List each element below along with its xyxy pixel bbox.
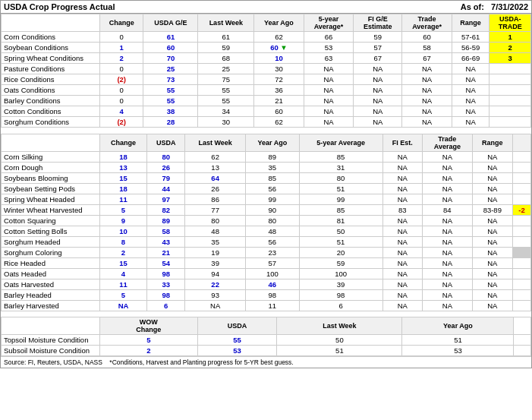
usda-cell: 26: [146, 162, 184, 172]
change-cell: 9: [100, 215, 147, 226]
col-spacer: [514, 317, 531, 335]
range-cell: NA: [472, 289, 512, 300]
trade-avg-cell: 58: [402, 43, 452, 53]
fi-est-cell: NA: [354, 106, 402, 117]
year-ago-cell: 56: [245, 183, 299, 194]
trade-avg-cell: 60: [402, 32, 452, 43]
fi-est-cell: NA: [382, 300, 423, 311]
avg5-cell: NA: [304, 64, 354, 74]
usda-trade-cell: [513, 236, 531, 247]
year-ago-cell: 53: [402, 346, 514, 356]
section1-row: Sorghum Conditions (2) 28 30 62 NA NA NA…: [2, 117, 531, 128]
last-week-cell: 59: [198, 43, 254, 53]
row-label: Soybean Setting Pods: [2, 183, 100, 194]
fi-est-cell: NA: [382, 226, 423, 236]
last-week-cell: 75: [198, 74, 254, 85]
trade-avg-cell: NA: [423, 215, 472, 226]
usda-cell: 25: [143, 64, 198, 74]
usda-cell: 21: [146, 247, 184, 257]
last-week-cell: 30: [198, 117, 254, 128]
section2-row: Corn Dough 13 26 13 35 31 NA NA NA: [2, 162, 531, 172]
spacer-cell: [2, 128, 531, 134]
arrow-icon: ▼: [279, 43, 288, 52]
section2-row: Soybean Setting Pods 18 44 26 56 51 NA N…: [2, 183, 531, 194]
last-week-cell: 55: [198, 96, 254, 106]
range-cell: NA: [472, 151, 512, 162]
change-cell: NA: [100, 300, 147, 311]
range-cell: 66-69: [452, 53, 490, 64]
usda-cell: 89: [146, 215, 184, 226]
year-ago-cell: 23: [245, 247, 299, 257]
section2-row: Sorghum Coloring 2 21 19 23 20 NA NA NA: [2, 247, 531, 257]
avg5-cell: NA: [304, 74, 354, 85]
year-ago-cell: 98: [245, 289, 299, 300]
year-ago-cell: 62: [254, 117, 304, 128]
trade-avg-cell: NA: [423, 162, 472, 172]
range-cell: NA: [472, 247, 512, 257]
usda-cell: 60: [143, 43, 198, 53]
section2-row: Barley Headed 5 98 93 98 98 NA NA NA: [2, 289, 531, 300]
usda-cell: 55: [143, 96, 198, 106]
usda-trade-cell: [513, 268, 531, 279]
section2-row: Soybeans Blooming 15 79 64 85 80 NA NA N…: [2, 172, 531, 183]
row-label: Cotton Squaring: [2, 215, 100, 226]
section1-row: Soybean Conditions 1 60 59 60 ▼ 53 57 58…: [2, 43, 531, 53]
usda-trade-cell: [490, 96, 531, 106]
row-label: Winter Wheat Harvested: [2, 204, 100, 215]
row-label: Spring Wheat Conditions: [2, 53, 100, 64]
section3-body: Topsoil Moisture Condition 5 55 50 51 Su…: [2, 335, 531, 356]
range-cell: NA: [472, 194, 512, 204]
section2-row: Sorghum Headed 8 43 35 56 51 NA NA NA: [2, 236, 531, 247]
trade-avg-cell: 84: [423, 204, 472, 215]
section2-row: Cotton Squaring 9 89 80 80 81 NA NA NA: [2, 215, 531, 226]
col-range: Range: [452, 14, 490, 32]
last-week-cell: 13: [185, 162, 246, 172]
year-ago-cell: 48: [245, 226, 299, 236]
fi-est-cell: 67: [354, 53, 402, 64]
avg5-cell: 50: [299, 226, 382, 236]
fi-est-cell: NA: [382, 172, 423, 183]
trade-avg-cell: NA: [423, 247, 472, 257]
avg5-cell: 39: [299, 279, 382, 289]
usda-cell: 61: [143, 32, 198, 43]
usda-cell: 80: [146, 151, 184, 162]
avg5-cell: NA: [304, 85, 354, 96]
avg5-cell: 100: [299, 268, 382, 279]
change-cell: 13: [100, 162, 147, 172]
year-ago-cell: 35: [245, 162, 299, 172]
usda-cell: 98: [146, 289, 184, 300]
col-empty: [513, 134, 531, 151]
fi-est-cell: NA: [354, 64, 402, 74]
range-cell: 56-59: [452, 43, 490, 53]
section2-row: Rice Headed 15 54 39 57 59 NA NA NA: [2, 257, 531, 268]
change-cell: 0: [100, 85, 143, 96]
row-label: Oats Harvested: [2, 279, 100, 289]
fi-est-cell: NA: [354, 96, 402, 106]
trade-avg-cell: NA: [423, 289, 472, 300]
usda-trade-cell: [513, 162, 531, 172]
trade-avg-cell: NA: [402, 96, 452, 106]
col-wow-change: WOWChange: [100, 317, 198, 335]
section2-row: Oats Headed 4 98 94 100 100 NA NA NA: [2, 268, 531, 279]
usda-cell: 82: [146, 204, 184, 215]
fi-est-cell: NA: [382, 194, 423, 204]
avg5-cell: 85: [299, 204, 382, 215]
change-cell: 4: [100, 106, 143, 117]
row-label: Pasture Conditions: [2, 64, 100, 74]
trade-avg-cell: NA: [423, 194, 472, 204]
last-week-cell: 94: [185, 268, 246, 279]
trade-avg-cell: NA: [423, 279, 472, 289]
year-ago-cell: 36: [254, 85, 304, 96]
change-cell: 15: [100, 257, 147, 268]
usda-trade-cell: [490, 117, 531, 128]
usda-trade-cell: 2: [490, 43, 531, 53]
usda-trade-cell: [513, 194, 531, 204]
col-last-week: Last Week: [185, 134, 246, 151]
avg5-cell: NA: [304, 117, 354, 128]
col-trade-avg: TradeAverage: [423, 134, 472, 151]
row-label: Rice Conditions: [2, 74, 100, 85]
usda-trade-cell: [513, 289, 531, 300]
avg5-cell: 99: [299, 194, 382, 204]
usda-trade-cell: -2: [513, 204, 531, 215]
avg5-cell: 51: [299, 236, 382, 247]
